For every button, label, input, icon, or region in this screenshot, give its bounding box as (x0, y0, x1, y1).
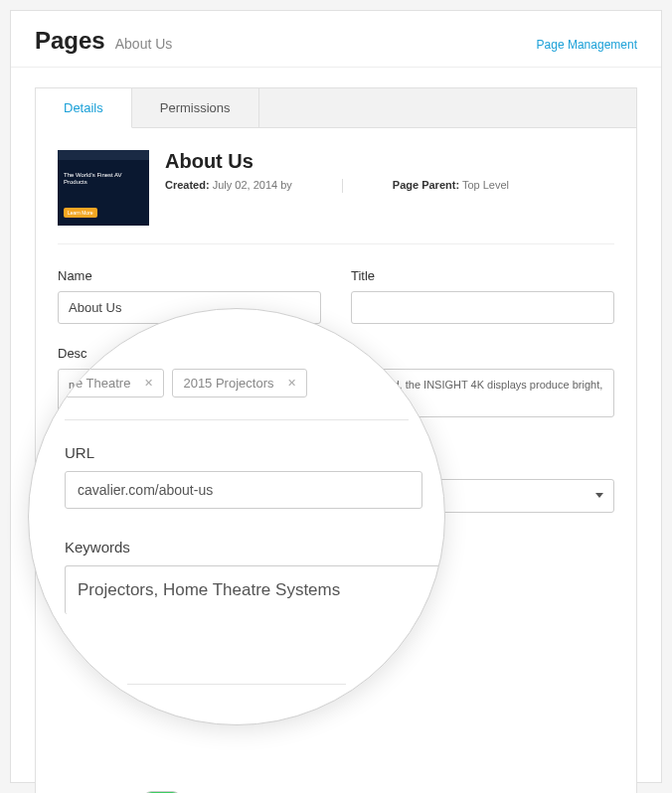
info-title: About Us (165, 150, 614, 173)
created-meta: Created: July 02, 2014 by (165, 179, 292, 193)
name-label: Name (58, 268, 321, 283)
page-subtitle: About Us (115, 36, 173, 52)
thumb-cta: Learn More (64, 208, 97, 218)
keywords-input[interactable]: Projectors, Home Theatre Systems (65, 565, 442, 614)
tab-permissions[interactable]: Permissions (132, 88, 259, 127)
chevron-down-icon (595, 493, 603, 498)
tabs: Details Permissions (35, 87, 637, 127)
title-input[interactable] (351, 291, 614, 324)
parent-meta: Page Parent: Top Level (393, 179, 509, 193)
page-management-link[interactable]: Page Management (537, 38, 637, 52)
url-input[interactable] (65, 471, 422, 509)
close-icon[interactable]: ✕ (287, 377, 296, 390)
title-label: Title (351, 268, 614, 283)
keywords-label: Keywords (65, 539, 409, 555)
tab-details[interactable]: Details (36, 88, 132, 128)
url-label: URL (65, 444, 409, 461)
zoom-lens: e Theatre ✕ 2015 Projectors ✕ URL Keywor… (28, 308, 445, 725)
page-thumbnail: The World's Finest AV Products Learn Mor… (58, 150, 149, 226)
keyword-tag-2[interactable]: 2015 Projectors ✕ (172, 369, 307, 397)
thumb-tagline: The World's Finest AV Products (64, 172, 143, 186)
page-title: Pages (35, 27, 105, 55)
close-icon[interactable]: ✕ (144, 377, 153, 390)
